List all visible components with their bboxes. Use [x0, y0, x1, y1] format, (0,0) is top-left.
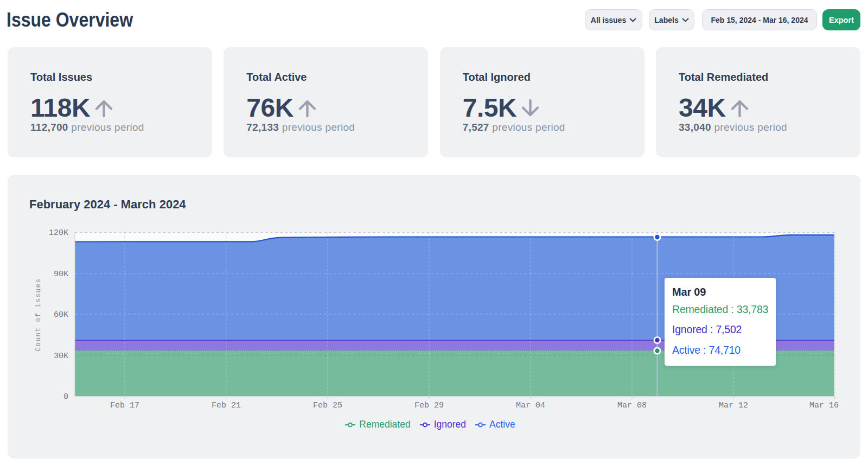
svg-text:Mar 08: Mar 08 — [617, 401, 647, 410]
svg-text:Feb 17: Feb 17 — [110, 401, 139, 410]
svg-text:0: 0 — [63, 392, 68, 402]
svg-text:90K: 90K — [54, 270, 68, 279]
svg-text:Mar 16: Mar 16 — [809, 401, 839, 410]
svg-text:120K: 120K — [49, 228, 68, 238]
svg-text:Feb 25: Feb 25 — [313, 401, 342, 410]
svg-text:Mar 04: Mar 04 — [516, 401, 545, 410]
svg-text:Mar 12: Mar 12 — [719, 401, 748, 410]
svg-text:Count of issues: Count of issues — [35, 278, 42, 351]
svg-text:30K: 30K — [54, 352, 68, 361]
svg-text:60K: 60K — [54, 310, 68, 320]
svg-text:Feb 21: Feb 21 — [212, 401, 241, 410]
svg-text:Feb 29: Feb 29 — [414, 401, 444, 410]
